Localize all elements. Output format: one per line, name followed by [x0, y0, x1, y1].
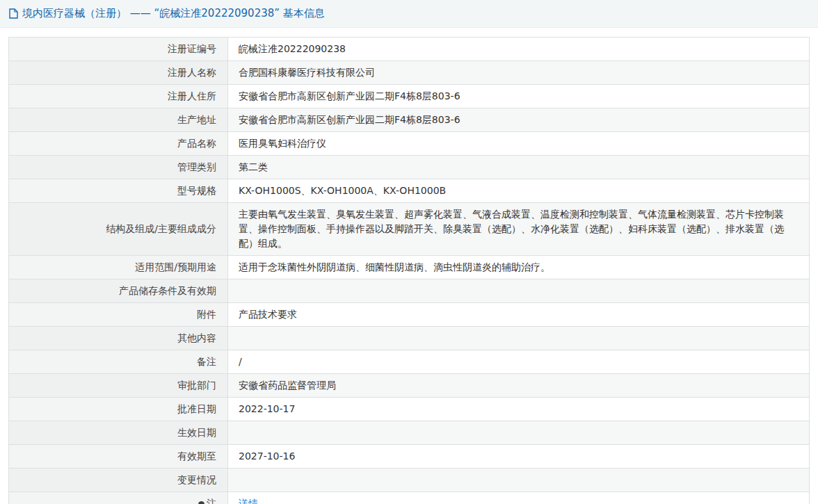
- row-label: 注册证编号: [9, 38, 228, 61]
- row-label: 产品储存条件及有效期: [9, 279, 228, 303]
- table-row: 注详情: [9, 492, 810, 504]
- table-row: 附件产品技术要求: [9, 303, 810, 327]
- table-row: 备注/: [9, 350, 810, 374]
- row-value: 安徽省合肥市高新区创新产业园二期F4栋8层803-6: [228, 85, 810, 108]
- row-label: 注册人住所: [9, 85, 228, 108]
- row-label-text: 注: [207, 498, 216, 504]
- page-header: 境内医疗器械（注册） —— “皖械注准20222090238” 基本信息: [0, 0, 818, 28]
- row-value: 产品技术要求: [228, 303, 810, 327]
- row-label-text: 批准日期: [177, 403, 216, 414]
- row-label: 批准日期: [9, 398, 228, 421]
- row-label-text: 结构及组成/主要组成成分: [106, 223, 216, 234]
- row-label: 有效期至: [9, 445, 228, 469]
- table-row: 注册证编号皖械注准20222090238: [9, 38, 810, 61]
- note-dot-icon: [198, 501, 205, 504]
- table-row: 审批部门安徽省药品监督管理局: [9, 374, 810, 398]
- row-label: 结构及组成/主要组成成分: [9, 203, 228, 256]
- table-row: 有效期至2027-10-16: [9, 445, 810, 469]
- row-label-text: 备注: [197, 356, 216, 367]
- row-label-text: 有效期至: [177, 450, 216, 462]
- row-value: 皖械注准20222090238: [228, 38, 810, 61]
- row-value: 主要由氧气发生装置、臭氧发生装置、超声雾化装置、气液合成装置、温度检测和控制装置…: [228, 203, 810, 256]
- table-row: 产品名称医用臭氧妇科治疗仪: [9, 132, 810, 156]
- row-label-text: 注册人住所: [168, 90, 216, 101]
- table-row: 注册人名称合肥国科康馨医疗科技有限公司: [9, 61, 810, 85]
- table-row: 产品储存条件及有效期: [9, 279, 810, 303]
- row-label-text: 生产地址: [177, 114, 216, 125]
- row-label-text: 审批部门: [177, 380, 216, 391]
- table-row: 结构及组成/主要组成成分主要由氧气发生装置、臭氧发生装置、超声雾化装置、气液合成…: [9, 203, 810, 256]
- table-row: 适用范围/预期用途适用于念珠菌性外阴阴道病、细菌性阴道病、滴虫性阴道炎的辅助治疗…: [9, 256, 810, 279]
- row-label: 注册人名称: [9, 61, 228, 85]
- row-value: 合肥国科康馨医疗科技有限公司: [228, 61, 810, 85]
- row-label-text: 注册证编号: [168, 43, 216, 54]
- row-label: 审批部门: [9, 374, 228, 398]
- row-label: 产品名称: [9, 132, 228, 156]
- row-value: [228, 421, 810, 445]
- document-icon: [9, 8, 18, 19]
- row-label: 其他内容: [9, 327, 228, 350]
- row-label-text: 管理类别: [177, 161, 216, 172]
- table-row: 批准日期2022-10-17: [9, 398, 810, 421]
- row-value: 详情: [228, 492, 810, 504]
- row-label-text: 型号规格: [177, 185, 216, 196]
- row-value: [228, 469, 810, 492]
- row-value: KX-OH1000S、KX-OH1000A、KX-OH1000B: [228, 179, 810, 203]
- row-label-text: 适用范围/预期用途: [135, 261, 216, 273]
- row-label-text: 其他内容: [177, 332, 216, 343]
- page-title: 境内医疗器械（注册） —— “皖械注准20222090238” 基本信息: [22, 7, 325, 20]
- row-value: 安徽省合肥市高新区创新产业园二期F4栋8层803-6: [228, 108, 810, 132]
- row-value: 安徽省药品监督管理局: [228, 374, 810, 398]
- row-value: 医用臭氧妇科治疗仪: [228, 132, 810, 156]
- table-row: 型号规格KX-OH1000S、KX-OH1000A、KX-OH1000B: [9, 179, 810, 203]
- row-label: 生效日期: [9, 421, 228, 445]
- row-label: 附件: [9, 303, 228, 327]
- table-row: 注册人住所安徽省合肥市高新区创新产业园二期F4栋8层803-6: [9, 85, 810, 108]
- row-label: 变更情况: [9, 469, 228, 492]
- registration-info-table-wrap: 注册证编号皖械注准20222090238注册人名称合肥国科康馨医疗科技有限公司注…: [8, 37, 810, 504]
- row-label-text: 生效日期: [177, 427, 216, 438]
- row-label-text: 产品储存条件及有效期: [119, 285, 216, 296]
- table-row: 变更情况: [9, 469, 810, 492]
- row-label: 管理类别: [9, 156, 228, 179]
- row-value: 第二类: [228, 156, 810, 179]
- table-row: 生产地址安徽省合肥市高新区创新产业园二期F4栋8层803-6: [9, 108, 810, 132]
- row-label-text: 产品名称: [177, 138, 216, 149]
- row-value: /: [228, 350, 810, 374]
- row-label-text: 附件: [197, 309, 216, 320]
- detail-link[interactable]: 详情: [239, 498, 258, 504]
- row-value: [228, 327, 810, 350]
- row-label: 适用范围/预期用途: [9, 256, 228, 279]
- row-value: 2022-10-17: [228, 398, 810, 421]
- row-label: 生产地址: [9, 108, 228, 132]
- row-label-text: 变更情况: [177, 474, 216, 485]
- table-row: 管理类别第二类: [9, 156, 810, 179]
- row-value: 适用于念珠菌性外阴阴道病、细菌性阴道病、滴虫性阴道炎的辅助治疗。: [228, 256, 810, 279]
- row-value: 2027-10-16: [228, 445, 810, 469]
- row-label: 注: [9, 492, 228, 504]
- row-label-text: 注册人名称: [168, 67, 216, 78]
- table-row: 生效日期: [9, 421, 810, 445]
- table-row: 其他内容: [9, 327, 810, 350]
- registration-info-table: 注册证编号皖械注准20222090238注册人名称合肥国科康馨医疗科技有限公司注…: [8, 37, 810, 504]
- row-value: [228, 279, 810, 303]
- row-label: 备注: [9, 350, 228, 374]
- row-label: 型号规格: [9, 179, 228, 203]
